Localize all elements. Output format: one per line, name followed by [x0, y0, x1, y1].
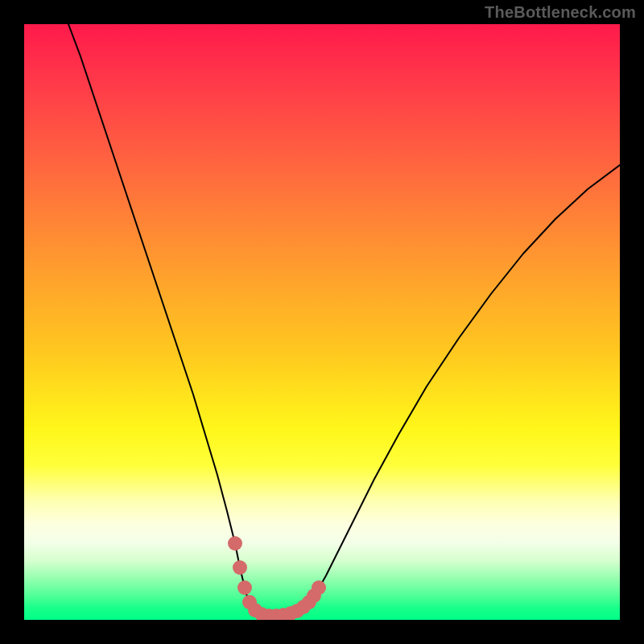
highlight-dot: [237, 580, 252, 595]
chart-stage: TheBottleneck.com: [0, 0, 644, 644]
highlight-dot: [233, 560, 247, 575]
bottleneck-curve-path: [68, 24, 620, 616]
plot-area: [24, 24, 620, 620]
highlight-dot: [228, 536, 242, 551]
watermark-text: TheBottleneck.com: [485, 3, 636, 22]
curve-svg: [24, 24, 620, 620]
highlight-dot: [312, 580, 326, 595]
bottleneck-curve: [68, 24, 620, 616]
